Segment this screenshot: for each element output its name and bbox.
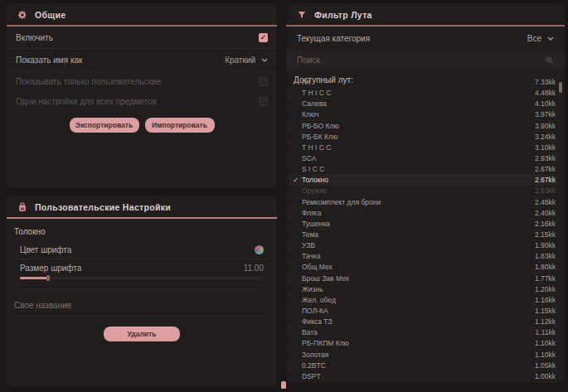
loot-item-name: Ремкомплект для брони bbox=[302, 198, 535, 206]
loot-item-value: 1.15kk bbox=[535, 307, 557, 315]
loot-list-item[interactable]: SCA2.93kk bbox=[289, 153, 557, 164]
loot-list-item[interactable]: Ремкомплект для брони2.48kk bbox=[289, 197, 557, 208]
loot-list-item[interactable]: Брош Зав Мех1.77kk bbox=[289, 273, 557, 284]
loot-item-name: DSPT bbox=[302, 372, 535, 380]
enable-checkbox[interactable]: ✓ bbox=[259, 33, 268, 42]
loot-list-item[interactable]: РБ-ПКПМ Клю1.10kk bbox=[289, 338, 557, 349]
scrollbar-thumb[interactable] bbox=[559, 82, 562, 93]
font-color-row: Цвет шрифта bbox=[12, 241, 271, 259]
loot-item-name: Салева bbox=[302, 99, 535, 108]
check-icon: ✓ bbox=[289, 177, 302, 184]
gear-icon bbox=[17, 10, 27, 20]
font-size-row: Размер шрифта 11.00 bbox=[12, 259, 271, 274]
show-name-label: Показать имя как bbox=[16, 56, 82, 65]
loot-list-item[interactable]: Тема2.15kk bbox=[289, 230, 557, 240]
loot-item-value: 3.10kk bbox=[535, 143, 557, 152]
resize-handle-icon[interactable] bbox=[281, 381, 286, 389]
font-color-label: Цвет шрифта bbox=[20, 245, 71, 254]
loot-item-value: 2.40kk bbox=[535, 209, 557, 217]
loot-item-name: Вата bbox=[302, 328, 536, 336]
selected-item-name: Толокно bbox=[7, 219, 277, 241]
search-input[interactable]: Поиск bbox=[286, 51, 565, 70]
only-custom-checkbox[interactable] bbox=[259, 77, 268, 86]
delete-button[interactable]: Удалить bbox=[104, 327, 180, 341]
enable-label: Включить bbox=[16, 33, 53, 42]
loot-list-item[interactable]: 0.2BTC1.05kk bbox=[289, 361, 557, 371]
loot-list-item[interactable]: Жел. обед1.16kk bbox=[289, 295, 557, 306]
custom-name-input[interactable]: Свое название bbox=[12, 295, 271, 317]
show-name-dropdown[interactable]: Краткий bbox=[225, 56, 268, 65]
loot-list-item[interactable]: Жизнь1.20kk bbox=[289, 284, 557, 295]
loot-item-value: 1.11kk bbox=[536, 328, 557, 336]
loot-list-item[interactable]: Оружие2.63kk bbox=[289, 186, 557, 196]
loot-item-value: 1.00kk bbox=[535, 372, 557, 380]
loot-item-value: 1.10kk bbox=[535, 351, 557, 359]
loot-list-item[interactable]: Тачка1.83kk bbox=[289, 251, 557, 262]
loot-item-value: 2.16kk bbox=[535, 220, 557, 228]
loot-list-item[interactable]: ПОЛ-КА1.15kk bbox=[289, 306, 557, 317]
loot-item-name: Тачка bbox=[302, 252, 535, 260]
loot-filter-panel: Фильтр Лута Текущая категория Все Поиск … bbox=[286, 3, 565, 383]
loot-list-item[interactable]: Салева4.10kk bbox=[289, 99, 557, 109]
only-custom-label: Показывать только пользовательские bbox=[16, 77, 161, 86]
loot-item-value: 1.10kk bbox=[535, 339, 557, 347]
loot-item-value: 1.77kk bbox=[535, 274, 557, 283]
loot-list-item[interactable]: Золотая1.10kk bbox=[289, 350, 557, 361]
loot-item-value: 2.67kk bbox=[535, 165, 557, 173]
loot-item-name: SCA bbox=[302, 154, 535, 162]
loot-list-item[interactable]: Фикса ТЗ1.12kk bbox=[289, 317, 557, 327]
font-size-label: Размер шрифта bbox=[20, 264, 81, 273]
loot-item-name: S I C C bbox=[302, 165, 535, 173]
slider-handle[interactable] bbox=[46, 275, 50, 281]
loot-list-item[interactable]: ✓Толокно2.67kk bbox=[289, 175, 557, 186]
loot-list-item[interactable]: ЛК7.33kk bbox=[289, 77, 557, 88]
loot-list-item[interactable]: Т Н I С С3.10kk bbox=[289, 143, 557, 153]
loot-list-item[interactable]: Тушенка2.16kk bbox=[289, 219, 557, 230]
loot-list-scrollbar[interactable] bbox=[559, 80, 562, 380]
loot-list-item[interactable]: УЗВ1.90kk bbox=[289, 240, 557, 251]
color-wheel-icon[interactable] bbox=[255, 245, 264, 254]
category-row: Текущая категория Все bbox=[286, 27, 565, 51]
funnel-icon bbox=[297, 10, 307, 20]
show-name-value: Краткий bbox=[225, 56, 255, 65]
loot-list-item[interactable]: S I C C2.67kk bbox=[289, 164, 557, 175]
search-icon bbox=[545, 56, 554, 65]
custom-panel-header: Пользовательские Настройки bbox=[7, 196, 277, 217]
same-settings-checkbox[interactable] bbox=[259, 97, 268, 106]
loot-item-name: РБ-ПКПМ Клю bbox=[302, 339, 535, 347]
loot-item-value: 1.20kk bbox=[535, 285, 557, 293]
loot-item-value: 4.48kk bbox=[535, 89, 557, 97]
loot-list-item[interactable]: Фляга2.40kk bbox=[289, 208, 557, 219]
loot-item-value: 1.12kk bbox=[535, 317, 557, 326]
chevron-down-icon bbox=[547, 36, 554, 41]
category-dropdown[interactable]: Все bbox=[527, 34, 554, 43]
font-size-slider[interactable] bbox=[20, 274, 264, 290]
loot-item-name: Толокно bbox=[302, 176, 535, 184]
custom-settings-panel: Пользовательские Настройки Толокно Цвет … bbox=[7, 196, 277, 386]
loot-item-name: УЗВ bbox=[302, 241, 535, 249]
loot-item-value: 2.93kk bbox=[535, 154, 557, 162]
loot-item-name: Жел. обед bbox=[302, 296, 535, 304]
loot-item-name: Общ Мех bbox=[302, 263, 535, 271]
loot-list-item[interactable]: DSPT1.00kk bbox=[289, 371, 557, 380]
loot-list-item[interactable]: Вата1.11kk bbox=[289, 327, 557, 338]
loot-list-item[interactable]: Ключ3.97kk bbox=[289, 109, 557, 120]
slider-fill bbox=[20, 277, 48, 279]
loot-item-name: Фляга bbox=[302, 209, 535, 217]
loot-list-item[interactable]: РБ-БК Клю3.24kk bbox=[289, 132, 557, 143]
loot-list-item[interactable]: Т Н I С С4.48kk bbox=[289, 88, 557, 99]
export-button[interactable]: Экспортировать bbox=[70, 118, 139, 133]
loot-item-name: Жизнь bbox=[302, 285, 535, 293]
category-value: Все bbox=[527, 34, 541, 43]
loot-list-item[interactable]: Общ Мех1.80kk bbox=[289, 262, 557, 273]
loot-list-item[interactable]: РБ-БО Клю3.90kk bbox=[289, 121, 557, 132]
loot-item-name: Тема bbox=[302, 230, 535, 239]
loot-item-name: 0.2BTC bbox=[302, 361, 535, 370]
import-button[interactable]: Импортировать bbox=[145, 118, 215, 133]
enable-row: Включить ✓ bbox=[7, 27, 277, 49]
loot-item-value: 1.90kk bbox=[535, 241, 557, 249]
search-placeholder: Поиск bbox=[297, 56, 320, 65]
loot-item-value: 1.05kk bbox=[535, 361, 557, 370]
slider-track bbox=[20, 277, 264, 279]
loot-item-name: Брош Зав Мех bbox=[302, 274, 535, 283]
